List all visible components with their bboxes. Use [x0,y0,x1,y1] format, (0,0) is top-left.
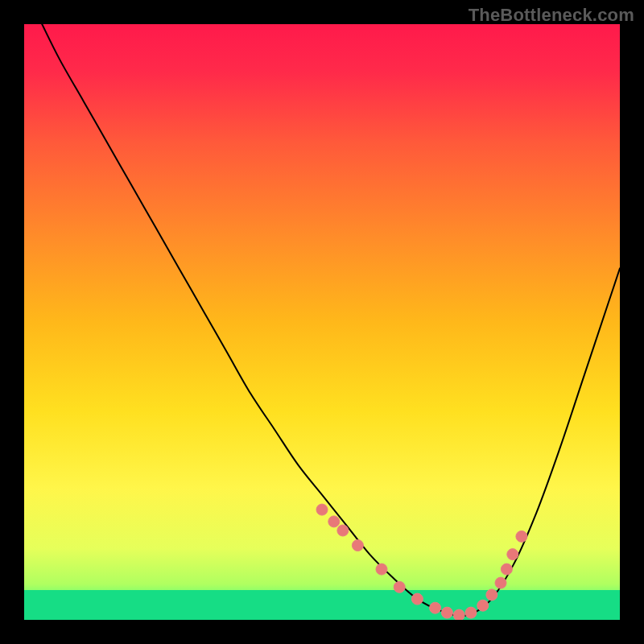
highlight-dot [352,540,363,551]
highlight-dot [453,609,464,620]
highlight-dot [376,564,387,575]
plot-svg [24,24,620,620]
highlight-dot [516,530,527,542]
highlight-dot [495,577,506,588]
highlight-dot [465,607,477,618]
chart-container: TheBottleneck.com [0,0,644,644]
highlight-dot [328,516,340,527]
gradient-background [24,24,620,620]
watermark-text: TheBottleneck.com [469,5,634,26]
bottom-green-band [24,590,620,620]
highlight-dot [486,589,497,601]
highlight-dot [316,504,328,515]
highlight-dot [477,600,489,611]
highlight-dot [441,607,452,618]
highlight-dot [337,525,349,536]
highlight-dot [501,564,512,575]
highlight-dot [507,549,518,560]
highlight-dot [430,602,441,613]
highlight-dot [411,593,423,605]
plot-area [24,24,620,620]
highlight-dot [394,581,405,592]
